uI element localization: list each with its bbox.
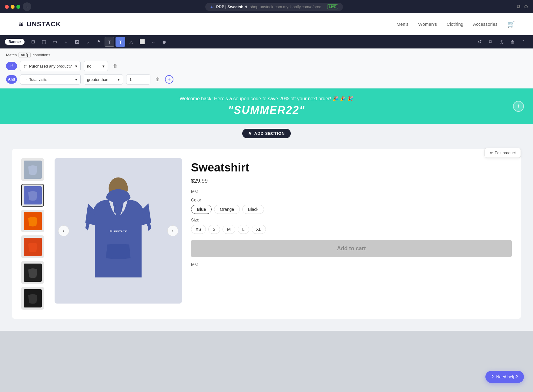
add-section-label: ADD SECTION: [254, 131, 285, 136]
maximize-traffic-light[interactable]: [16, 5, 20, 9]
condition-row-2: And → Total visits ▾ greater than ▾ 1 🗑 …: [6, 74, 527, 85]
thumbnail-4[interactable]: [21, 235, 44, 258]
color-options: Blue Orange Black: [191, 205, 512, 214]
pencil-icon: ✏: [490, 151, 493, 155]
live-badge: LIVE: [327, 4, 338, 9]
condition-product-select[interactable]: 🏷 Purchased any product? ▾: [20, 61, 81, 71]
nav-links: Men's Women's Clothing Accessories 🛒: [397, 21, 515, 28]
delete-condition-2-button[interactable]: 🗑: [153, 75, 162, 84]
color-black-button[interactable]: Black: [242, 205, 264, 214]
size-options: XS S M L XL: [191, 225, 512, 234]
add-condition-button[interactable]: +: [165, 75, 173, 84]
browser-chrome: ‹ ≋ PDP | Sweatshirt shop-unstack-com.my…: [0, 0, 533, 13]
toolbar-add-icon[interactable]: +: [61, 37, 71, 47]
layers-icon: ≋: [248, 131, 252, 136]
need-help-button[interactable]: ? Need help?: [485, 371, 524, 383]
size-m-button[interactable]: M: [223, 225, 235, 234]
carousel-next-button[interactable]: ›: [167, 225, 178, 236]
copy-icon[interactable]: ⧉: [517, 4, 520, 10]
toolbar-expand-icon[interactable]: ⌃: [518, 37, 528, 47]
conditions-header: Match all ⇅ conditions...: [6, 52, 527, 58]
condition-value-input[interactable]: 1: [126, 74, 150, 85]
nav-clothing[interactable]: Clothing: [447, 22, 463, 27]
banner-add-button[interactable]: +: [513, 101, 524, 112]
product-main-image: ‹: [55, 158, 182, 304]
chevron-down-icon-2: ▾: [102, 64, 105, 68]
color-option-label: Color: [191, 198, 512, 202]
address-pill[interactable]: ≋ PDP | Sweatshirt shop-unstack-com.mysh…: [205, 3, 343, 11]
match-all-button[interactable]: all ⇅: [18, 52, 31, 58]
toolbar-flag-icon[interactable]: ⚑: [94, 37, 103, 47]
close-traffic-light[interactable]: [5, 5, 9, 9]
size-xl-button[interactable]: XL: [252, 225, 266, 234]
logo-text: UNSTACK: [27, 20, 61, 28]
toolbar-refresh-icon[interactable]: ↺: [475, 37, 484, 47]
size-xs-button[interactable]: XS: [191, 225, 206, 234]
toolbar-paint-icon[interactable]: ⬦: [83, 37, 92, 47]
site-container: ≋ UNSTACK Men's Women's Clothing Accesso…: [0, 13, 533, 331]
minimize-traffic-light[interactable]: [11, 5, 15, 9]
nav-womens[interactable]: Women's: [418, 22, 437, 27]
color-blue-button[interactable]: Blue: [191, 205, 212, 214]
toolbar-preview-icon[interactable]: ⧉: [486, 37, 495, 47]
svg-text:≋ UNSTACK: ≋ UNSTACK: [109, 230, 127, 233]
thumbnail-2[interactable]: [21, 184, 44, 207]
carousel-prev-button[interactable]: ‹: [58, 225, 69, 236]
edit-product-button[interactable]: ✏ Edit product: [484, 148, 521, 158]
delete-condition-1-button[interactable]: 🗑: [111, 62, 119, 70]
browser-actions: ⧉ ⚙: [517, 4, 528, 10]
condition-visits-select[interactable]: → Total visits ▾: [20, 74, 81, 85]
cart-icon[interactable]: 🛒: [507, 21, 515, 28]
product-layout: ‹: [12, 149, 521, 319]
toolbar-eye-off-icon[interactable]: ◎: [497, 37, 506, 47]
size-l-button[interactable]: L: [238, 225, 249, 234]
need-help-label: Need help?: [496, 374, 518, 379]
banner-welcome-text: Welcome back! Here's a coupon code to sa…: [180, 96, 354, 101]
product-section: ✏ Edit product: [0, 143, 533, 331]
toolbar-resize-icon[interactable]: ↔: [148, 37, 158, 47]
toolbar-text1-icon[interactable]: T: [105, 37, 114, 47]
chevron-down-icon-3: ▾: [75, 77, 77, 82]
browser-back-button[interactable]: ‹: [23, 2, 31, 11]
nav-mens[interactable]: Men's: [397, 22, 409, 27]
toolbar-text2-icon[interactable]: T: [116, 37, 125, 47]
toolbar-delete-icon[interactable]: 🗑: [508, 37, 517, 47]
nav-accessories[interactable]: Accessories: [473, 22, 498, 27]
thumbnail-1[interactable]: [21, 158, 44, 181]
size-s-button[interactable]: S: [208, 225, 220, 234]
toolbar-triangle-icon[interactable]: △: [126, 37, 136, 47]
product-test-label: test: [191, 189, 512, 194]
site-navigation: ≋ UNSTACK Men's Women's Clothing Accesso…: [0, 13, 533, 35]
color-orange-button[interactable]: Orange: [214, 205, 240, 214]
toolbar-columns-icon[interactable]: ⬚: [39, 37, 49, 47]
banner-badge: Banner: [5, 39, 25, 45]
condition-operator-1-select[interactable]: no ▾: [84, 61, 108, 71]
toolbar-box-icon[interactable]: ⬜: [137, 37, 147, 47]
settings-icon[interactable]: ⚙: [524, 4, 528, 10]
toolbar-record-icon[interactable]: ⏺: [159, 37, 169, 47]
logo-icon: ≋: [18, 21, 24, 28]
toolbar-section-icon[interactable]: ▭: [50, 37, 60, 47]
thumbnail-3[interactable]: [21, 210, 44, 232]
add-section-button[interactable]: ≋ ADD SECTION: [242, 129, 291, 138]
chevron-up-down-icon: ⇅: [25, 53, 28, 57]
conditions-bar: Match all ⇅ conditions... If 🏷 Purchased…: [0, 48, 533, 88]
add-section-row: ≋ ADD SECTION: [0, 124, 533, 143]
condition-row-1: If 🏷 Purchased any product? ▾ no ▾ 🗑: [6, 61, 527, 71]
arrow-icon: →: [23, 77, 27, 82]
toolbar-grid-icon[interactable]: ⊞: [28, 37, 38, 47]
toolbar-image-icon[interactable]: 🖼: [72, 37, 82, 47]
add-to-cart-button[interactable]: Add to cart: [191, 240, 512, 257]
thumbnail-6[interactable]: [21, 287, 44, 310]
banner-coupon-code: "SUMMER22": [228, 104, 305, 117]
thumbnail-5[interactable]: [21, 261, 44, 284]
condition-operator-2-select[interactable]: greater than ▾: [84, 74, 123, 85]
address-url: shop-unstack-com.myshopify.com/a/prod...: [250, 5, 325, 9]
edit-product-label: Edit product: [495, 151, 516, 155]
chevron-down-icon-4: ▾: [118, 77, 120, 82]
product-price: $29.99: [191, 178, 512, 184]
unstack-icon: ≋: [210, 4, 214, 9]
size-option-label: Size: [191, 218, 512, 222]
address-bar: ≋ PDP | Sweatshirt shop-unstack-com.mysh…: [34, 3, 515, 11]
condition-operator-1-label: no: [87, 64, 91, 68]
